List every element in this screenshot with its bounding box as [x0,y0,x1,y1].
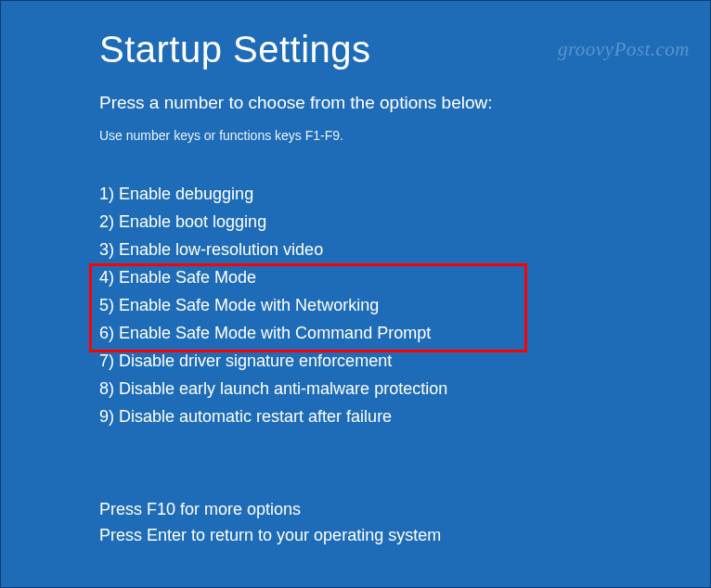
option-disable-driver-signature[interactable]: 7) Disable driver signature enforcement [99,347,710,375]
startup-options-list: 1) Enable debugging 2) Enable boot loggi… [99,180,710,430]
option-enable-safe-mode-networking[interactable]: 5) Enable Safe Mode with Networking [99,291,710,319]
watermark: groovyPost.com [558,38,690,61]
option-enable-safe-mode-cmd[interactable]: 6) Enable Safe Mode with Command Prompt [99,319,710,347]
option-enable-safe-mode[interactable]: 4) Enable Safe Mode [99,263,710,291]
option-enable-debugging[interactable]: 1) Enable debugging [99,180,710,208]
option-disable-early-launch-antimalware[interactable]: 8) Disable early launch anti-malware pro… [99,375,710,403]
option-enable-low-res-video[interactable]: 3) Enable low-resolution video [99,236,710,263]
footer: Press F10 for more options Press Enter t… [99,496,441,548]
instruction-subtitle: Press a number to choose from the option… [99,93,710,113]
more-options-hint: Press F10 for more options [99,496,441,522]
option-disable-auto-restart[interactable]: 9) Disable automatic restart after failu… [99,403,710,430]
key-hint: Use number keys or functions keys F1-F9. [99,128,710,143]
return-hint: Press Enter to return to your operating … [99,522,441,548]
option-enable-boot-logging[interactable]: 2) Enable boot logging [99,208,710,236]
